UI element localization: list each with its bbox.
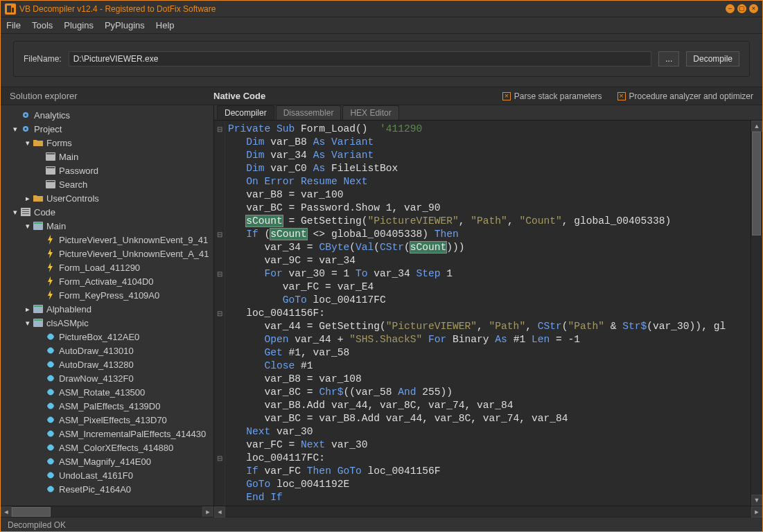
- tree-item[interactable]: ▾Project: [3, 122, 213, 136]
- code-view[interactable]: Private Sub Form_Load() '411290 Dim var_…: [225, 121, 751, 506]
- tree-caret-icon[interactable]: ▾: [10, 125, 20, 134]
- fold-mark-icon[interactable]: [214, 149, 225, 162]
- fold-mark-icon[interactable]: [214, 373, 225, 386]
- menu-help[interactable]: Help: [156, 20, 175, 30]
- proc-icon: [45, 470, 56, 480]
- tree-item[interactable]: Main: [3, 150, 213, 163]
- tab-hexeditor[interactable]: HEX Editor: [342, 105, 398, 120]
- tree-item[interactable]: ▸Alphablend: [3, 302, 213, 316]
- tree-hscroll[interactable]: ◄ ►: [1, 506, 213, 517]
- project-tree[interactable]: Analytics▾Project▾FormsMainPasswordSearc…: [1, 105, 213, 506]
- tree-item[interactable]: Form_KeyPress_4109A0: [3, 288, 213, 302]
- tree-item[interactable]: ▾Main: [3, 219, 213, 233]
- fold-mark-icon[interactable]: ⊟: [214, 228, 225, 241]
- tree-caret-icon[interactable]: ▾: [23, 319, 33, 328]
- tree-item[interactable]: AutoDraw_413010: [3, 344, 213, 357]
- fold-mark-icon[interactable]: ⊟: [214, 267, 225, 281]
- decompile-button[interactable]: Decompile: [686, 51, 739, 66]
- tree-item[interactable]: PictureViever1_UnknownEvent_A_41: [3, 247, 213, 260]
- code-hscroll-right-arrow[interactable]: ►: [751, 506, 762, 517]
- tree-item[interactable]: PictureBox_412AE0: [3, 330, 213, 344]
- svg-rect-18: [34, 222, 42, 224]
- tree-item[interactable]: ASM_PalEffects_4139D0: [3, 399, 213, 413]
- fold-mark-icon[interactable]: [214, 386, 225, 399]
- tree-item-label: PictureViever1_UnknownEvent_A_41: [59, 249, 209, 259]
- fold-mark-icon[interactable]: [214, 320, 225, 333]
- code-hscroll[interactable]: ◄ ►: [214, 506, 762, 517]
- tree-item[interactable]: UndoLast_4161F0: [3, 468, 213, 482]
- tree-item[interactable]: ▾Code: [3, 205, 213, 219]
- minimize-button[interactable]: –: [726, 4, 735, 13]
- proc-icon: [45, 443, 56, 452]
- vscroll-thumb[interactable]: [752, 132, 761, 236]
- fold-mark-icon[interactable]: [214, 360, 225, 373]
- tree-item[interactable]: ASM_IncrementalPalEffects_414430: [3, 427, 213, 441]
- fold-mark-icon[interactable]: [214, 241, 225, 254]
- tree-item[interactable]: DrawNow_4132F0: [3, 371, 213, 385]
- menu-file[interactable]: File: [6, 20, 21, 30]
- code-gutter[interactable]: ⊟⊟⊟⊟⊟: [214, 121, 225, 506]
- tree-item[interactable]: ASM_ColorXEffects_414880: [3, 441, 213, 454]
- tree-caret-icon[interactable]: ▾: [23, 139, 33, 148]
- fold-mark-icon[interactable]: [214, 136, 225, 149]
- tree-item[interactable]: ASM_PixelEffects_413D70: [3, 413, 213, 427]
- menu-pyplugins[interactable]: PyPlugins: [105, 20, 145, 30]
- tree-caret-icon[interactable]: ▾: [10, 208, 20, 217]
- fold-mark-icon[interactable]: [214, 175, 225, 188]
- tree-caret-icon[interactable]: ▸: [23, 194, 33, 203]
- fold-mark-icon[interactable]: [214, 399, 225, 412]
- menu-tools[interactable]: Tools: [32, 20, 53, 30]
- hscroll-left-arrow[interactable]: ◄: [1, 506, 12, 517]
- fold-mark-icon[interactable]: [214, 478, 225, 491]
- tab-decompiler[interactable]: Decompiler: [217, 105, 274, 120]
- hscroll-right-arrow[interactable]: ►: [202, 506, 213, 517]
- tree-item[interactable]: ▾clsASMpic: [3, 316, 213, 330]
- tree-item[interactable]: Analytics: [3, 108, 213, 122]
- fold-mark-icon[interactable]: [214, 254, 225, 267]
- fold-mark-icon[interactable]: [214, 465, 225, 478]
- tree-item[interactable]: ASM_Magnify_414E00: [3, 454, 213, 468]
- fold-mark-icon[interactable]: [214, 215, 225, 228]
- tree-item[interactable]: PictureViever1_UnknownEvent_9_41: [3, 233, 213, 247]
- tree-item[interactable]: Form_Load_411290: [3, 260, 213, 274]
- tree-caret-icon[interactable]: ▾: [23, 222, 33, 231]
- browse-button[interactable]: ...: [658, 51, 679, 66]
- tab-disassembler[interactable]: Disassembler: [276, 105, 342, 120]
- fold-mark-icon[interactable]: [214, 438, 225, 452]
- filename-input[interactable]: [69, 51, 652, 66]
- fold-mark-icon[interactable]: [214, 281, 225, 294]
- maximize-button[interactable]: ▢: [737, 4, 746, 13]
- tree-item[interactable]: Search: [3, 177, 213, 191]
- fold-mark-icon[interactable]: ⊟: [214, 452, 225, 465]
- chk-parse-stack-label: Parse stack parameters: [514, 91, 602, 101]
- vscroll-down-arrow[interactable]: ▼: [751, 495, 762, 506]
- tree-item[interactable]: Password: [3, 163, 213, 177]
- menu-plugins[interactable]: Plugins: [64, 20, 94, 30]
- fold-mark-icon[interactable]: [214, 333, 225, 346]
- hscroll-thumb[interactable]: [12, 507, 51, 517]
- fold-mark-icon[interactable]: [214, 162, 225, 175]
- code-vscroll[interactable]: ▲ ▼: [751, 121, 762, 506]
- fold-mark-icon[interactable]: [214, 294, 225, 307]
- fold-mark-icon[interactable]: [214, 412, 225, 425]
- fold-mark-icon[interactable]: ⊟: [214, 307, 225, 320]
- fold-mark-icon[interactable]: [214, 202, 225, 215]
- tree-item[interactable]: ▸UserControls: [3, 191, 213, 205]
- fold-mark-icon[interactable]: ⊟: [214, 123, 225, 136]
- tree-item[interactable]: ASM_Rotate_413500: [3, 385, 213, 399]
- close-button[interactable]: ×: [749, 4, 758, 13]
- chk-analyzer-label: Procedure analyzer and optimizer: [629, 91, 753, 101]
- chk-parse-stack[interactable]: ×Parse stack parameters: [502, 91, 602, 101]
- code-hscroll-left-arrow[interactable]: ◄: [214, 506, 225, 517]
- tree-item[interactable]: ▾Forms: [3, 136, 213, 150]
- vscroll-up-arrow[interactable]: ▲: [751, 121, 762, 132]
- tree-item[interactable]: AutoDraw_413280: [3, 357, 213, 371]
- tree-caret-icon[interactable]: ▸: [23, 305, 33, 314]
- chk-analyzer[interactable]: ×Procedure analyzer and optimizer: [617, 91, 753, 101]
- tree-item[interactable]: Form_Activate_4104D0: [3, 274, 213, 288]
- fold-mark-icon[interactable]: [214, 346, 225, 360]
- fold-mark-icon[interactable]: [214, 491, 225, 504]
- tree-item[interactable]: ResetPic_4164A0: [3, 482, 213, 496]
- fold-mark-icon[interactable]: [214, 188, 225, 202]
- fold-mark-icon[interactable]: [214, 425, 225, 438]
